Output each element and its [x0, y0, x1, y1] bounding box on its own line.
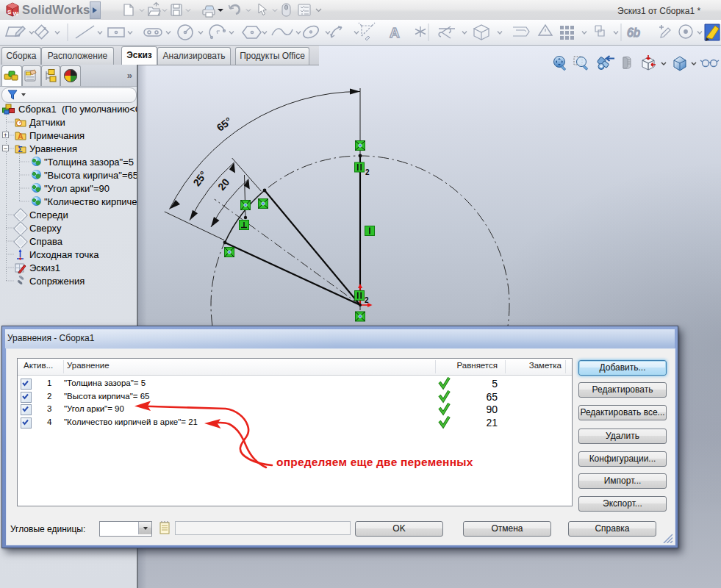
svg-text:2: 2 — [365, 168, 370, 176]
svg-text:A: A — [18, 132, 23, 140]
svg-text:6b: 6b — [627, 26, 640, 39]
svg-text:Σ: Σ — [18, 146, 23, 154]
svg-text:Эскиз1 от Сборка1 *: Эскиз1 от Сборка1 * — [617, 6, 700, 16]
svg-text:65°: 65° — [215, 115, 234, 134]
svg-text:A: A — [390, 25, 400, 40]
svg-text:2: 2 — [365, 296, 369, 304]
